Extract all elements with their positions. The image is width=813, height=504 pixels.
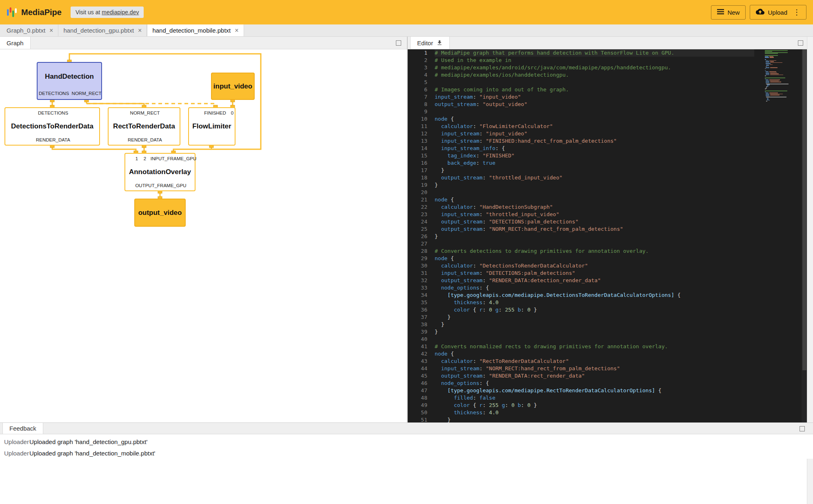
graph-node-input-video[interactable]: input_video [211,73,255,100]
tab-hand-detection-mobile-pbtxt[interactable]: hand_detection_mobile.pbtxt × [147,24,244,36]
minimap-line [765,53,801,54]
code-line[interactable]: # Converts normalized rects to drawing p… [435,343,754,350]
maximize-editor-panel-icon[interactable] [798,40,803,46]
code-line[interactable]: back_edge: true [435,159,754,167]
tab-feedback[interactable]: Feedback [2,423,43,434]
code-line[interactable]: input_stream: "input_video" [435,130,754,137]
tab-hand-detection-gpu-pbtxt[interactable]: hand_detection_gpu.pbtxt × [58,24,147,36]
kebab-menu-icon[interactable]: ⋮ [793,9,800,16]
maximize-feedback-panel-icon[interactable] [800,426,805,431]
code-line[interactable]: calculator: "RectToRenderDataCalculator" [435,358,754,365]
graph-canvas[interactable]: HandDetection DETECTIONS NORM_RECT input… [0,49,407,422]
code-line[interactable]: input_stream: "DETECTIONS:palm_detection… [435,270,754,277]
code-line[interactable]: # MediaPipe graph that performs hand det… [435,49,754,57]
port-label: 2 [144,156,146,161]
code-line[interactable] [435,336,754,343]
feedback-panel: Feedback Uploader Uploaded graph 'hand_d… [0,422,813,459]
graph-node-output-video[interactable]: output_video [134,199,186,227]
code-line[interactable]: # Used in the example in [435,57,754,64]
code-line[interactable]: } [435,181,754,189]
code-line[interactable]: filled: false [435,394,754,402]
code-line[interactable]: output_stream: "RENDER_DATA:detection_re… [435,277,754,284]
code-line[interactable]: output_stream: "throttled_input_video" [435,174,754,181]
code-line[interactable]: node_options: { [435,380,754,387]
code-line[interactable]: } [435,321,754,328]
line-number: 2 [408,57,429,64]
code-line[interactable]: calculator: "HandDetectionSubgraph" [435,203,754,211]
tab-graph-0-pbtxt[interactable]: Graph_0.pbtxt × [2,24,58,36]
line-number: 8 [408,101,429,108]
editor-code[interactable]: # MediaPipe graph that performs hand det… [435,49,754,422]
code-line[interactable]: color { r: 0 g: 255 b: 0 } [435,306,754,314]
code-line[interactable]: output_stream: "RENDER_DATA:rect_render_… [435,372,754,380]
code-line[interactable]: [type.googleapis.com/mediapipe.RectToRen… [435,387,754,394]
log-source: Uploader [0,450,29,457]
line-number: 45 [408,372,429,380]
minimap-line [765,65,801,66]
code-line[interactable]: input_stream: "FINISHED:hand_rect_from_p… [435,137,754,145]
graph-node-hand-detection[interactable]: HandDetection DETECTIONS NORM_RECT [37,62,102,100]
node-title: AnnotationOverlay [125,168,195,176]
upload-button[interactable]: Upload ⋮ [750,5,806,20]
close-icon[interactable]: × [138,27,142,34]
code-line[interactable]: node { [435,196,754,203]
code-line[interactable]: } [435,314,754,321]
code-line[interactable]: # Images coming into and out of the grap… [435,86,754,93]
graph-node-annotation-overlay[interactable]: 1 2 INPUT_FRAME_GPU AnnotationOverlay OU… [124,153,195,191]
maximize-graph-panel-icon[interactable] [396,40,401,46]
code-line[interactable]: } [435,233,754,240]
graph-node-detections-to-render-data[interactable]: DETECTIONS DetectionsToRenderData RENDER… [4,107,100,146]
graph-panel: Graph [0,37,407,422]
new-button[interactable]: New [711,5,746,20]
code-line[interactable]: } [435,167,754,174]
visit-chip[interactable]: Visit us at mediapipe.dev [71,7,144,18]
line-number: 44 [408,365,429,372]
log-source: Uploader [0,438,29,445]
close-icon[interactable]: × [49,27,53,34]
code-line[interactable]: # Converts detections to drawing primiti… [435,248,754,255]
code-line[interactable]: tag_index: "FINISHED" [435,152,754,159]
code-line[interactable]: [type.googleapis.com/mediapipe.Detection… [435,292,754,299]
code-line[interactable] [435,79,754,86]
minimap-line [765,99,801,99]
code-line[interactable]: output_stream: "NORM_RECT:hand_rect_from… [435,225,754,233]
code-line[interactable]: thickness: 4.0 [435,299,754,306]
graph-node-rect-to-render-data[interactable]: NORM_RECT RectToRenderData RENDER_DATA [108,107,180,146]
close-icon[interactable]: × [235,27,238,34]
download-icon[interactable] [436,40,443,46]
code-line[interactable] [435,108,754,115]
tab-editor[interactable]: Editor [410,37,450,49]
minimap-line [765,67,801,68]
code-line[interactable]: calculator: "FlowLimiterCalculator" [435,123,754,130]
code-line[interactable]: node { [435,255,754,262]
code-line[interactable]: node { [435,115,754,123]
code-line[interactable]: color { r: 255 g: 0 b: 0 } [435,402,754,409]
editor-scrollbar[interactable] [802,49,807,422]
code-line[interactable]: } [435,416,754,422]
code-line[interactable] [435,189,754,196]
code-line[interactable]: calculator: "DetectionsToRenderDataCalcu… [435,262,754,270]
code-line[interactable]: output_stream: "output_video" [435,101,754,108]
mediapipe-dev-link[interactable]: mediapipe.dev [102,9,139,15]
editor-scrollbar-thumb[interactable] [802,49,806,370]
code-line[interactable]: node { [435,350,754,358]
code-line[interactable] [435,240,754,248]
code-line[interactable]: # mediapipe/examples/ios/handdetectiongp… [435,71,754,79]
minimap-line [765,56,801,57]
code-line[interactable]: output_stream: "DETECTIONS:palm_detectio… [435,218,754,225]
minimap-line [765,61,801,62]
tab-graph-view[interactable]: Graph [0,37,31,49]
line-number: 38 [408,321,429,328]
code-line[interactable]: input_stream: "throttled_input_video" [435,211,754,218]
code-line[interactable]: node_options: { [435,284,754,292]
code-line[interactable]: } [435,328,754,336]
code-line[interactable]: input_stream: "NORM_RECT:hand_rect_from_… [435,365,754,372]
code-line[interactable]: # mediapipe/examples/android/src/java/co… [435,64,754,71]
code-editor[interactable]: 1234567891011121314151617181920212223242… [408,49,807,422]
port-label: DETECTIONS [39,91,69,96]
code-line[interactable]: input_stream: "input_video" [435,93,754,101]
graph-node-flow-limiter[interactable]: FINISHED 0 FlowLimiter [188,107,235,146]
code-line[interactable]: input_stream_info: { [435,145,754,152]
code-line[interactable]: thickness: 4.0 [435,409,754,416]
editor-minimap[interactable] [765,50,801,102]
